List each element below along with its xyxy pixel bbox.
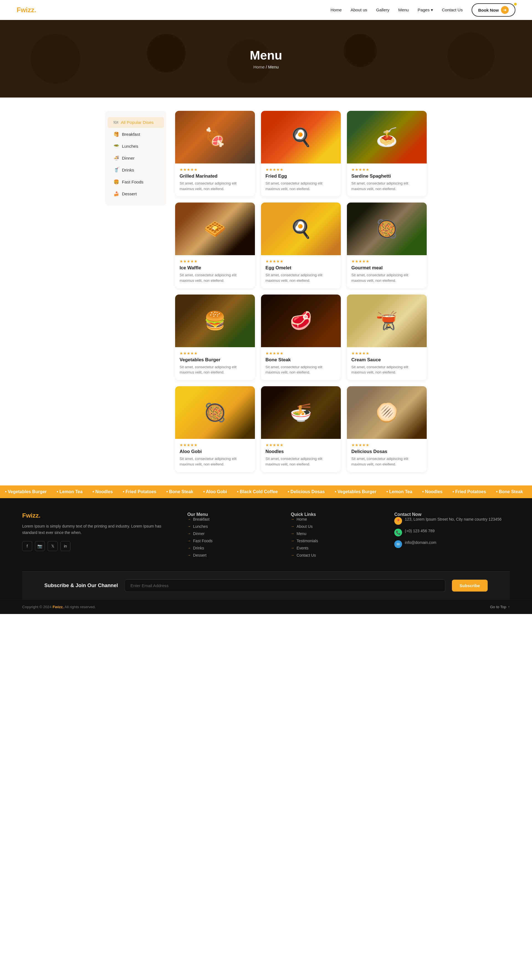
twitter-button[interactable]: 𝕏: [48, 541, 57, 551]
footer-quicklink-contact[interactable]: →Contact Us: [291, 553, 383, 557]
footer-socials: f 📷 𝕏 in: [22, 541, 176, 551]
menu-card-title: Fried Egg: [266, 173, 336, 179]
nav-item-contact[interactable]: Contact Us: [442, 8, 463, 13]
hero-section: Menu Home / Menu: [0, 20, 532, 97]
menu-card-description: Sit amet, consectetur adipiscing elit ma…: [180, 272, 250, 283]
menu-card-title: Vegetables Burger: [180, 357, 250, 363]
footer: Fwizz. Lorem Ipsum is simply dummy text …: [0, 498, 532, 600]
subscribe-button[interactable]: Subscribe: [452, 580, 488, 592]
menu-card[interactable]: 🍝 ★★★★★ Sardine Spaghetti Sit amet, cons…: [347, 111, 427, 196]
all-dishes-icon: 🍽: [114, 120, 118, 125]
menu-card[interactable]: 🍔 ★★★★★ Vegetables Burger Sit amet, cons…: [175, 294, 255, 380]
menu-card-body: ★★★★★ Vegetables Burger Sit amet, consec…: [175, 347, 255, 380]
footer-menu-item-breakfast[interactable]: →Breakfast: [187, 517, 280, 522]
nav-item-menu[interactable]: Menu: [398, 8, 409, 13]
subscribe-title: Subscribe & Join Our Channel: [44, 582, 118, 589]
menu-card[interactable]: 🧇 ★★★★★ Ice Waffle Sit amet, consectetur…: [175, 202, 255, 288]
footer-quicklink-events[interactable]: →Events: [291, 546, 383, 550]
book-now-arrow-icon: ➔: [501, 6, 509, 14]
sidebar-item-fastfoods[interactable]: 🍔 Fast Foods: [108, 176, 164, 188]
menu-card-description: Sit amet, consectetur adipiscing elit ma…: [180, 181, 250, 191]
page-title: Menu: [250, 48, 282, 62]
menu-card[interactable]: 🍖 ★★★★★ Grilled Marinated Sit amet, cons…: [175, 111, 255, 196]
star-rating: ★★★★★: [351, 259, 422, 264]
footer-menu-col: Our Menu →Breakfast →Lunches →Dinner →Fa…: [187, 512, 280, 560]
sidebar-item-dinner[interactable]: 🍜 Dinner: [108, 153, 164, 164]
breakfast-icon: 🥞: [114, 132, 119, 137]
footer-quicklink-home[interactable]: →Home: [291, 517, 383, 522]
footer-menu-item-dinner[interactable]: →Dinner: [187, 531, 280, 536]
nav-item-about[interactable]: About us: [350, 8, 367, 13]
copyright-bar: Copyright © 2024 Fwizz. All rights reser…: [0, 600, 532, 614]
footer-contact-col: Contact Now 📍 123, Lorem Ipsum Street No…: [394, 512, 510, 560]
nav-item-home[interactable]: Home: [331, 8, 342, 13]
menu-card[interactable]: 🍳 ★★★★★ Fried Egg Sit amet, consectetur …: [261, 111, 341, 196]
ticker-item: • Black Cold Coffee: [237, 489, 278, 494]
ticker-item: • Lemon Tea: [57, 489, 83, 494]
menu-card[interactable]: 🫕 ★★★★★ Cream Sauce Sit amet, consectetu…: [347, 294, 427, 380]
nav-item-pages[interactable]: Pages ▾: [417, 8, 433, 13]
site-logo[interactable]: Fwizz.: [17, 6, 36, 14]
sidebar-item-drinks[interactable]: 🥤 Drinks: [108, 164, 164, 176]
sidebar: 🍽 All Popular Dises 🥞 Breakfast 🥗 Lunche…: [105, 111, 166, 205]
menu-card-title: Egg Omelet: [266, 265, 336, 271]
footer-quicklink-about[interactable]: →About Us: [291, 524, 383, 529]
go-to-top-button[interactable]: Go to Top ↑: [490, 605, 510, 609]
menu-card-image: 🧇: [175, 202, 255, 255]
menu-card-body: ★★★★★ Gourmet meal Sit amet, consectetur…: [347, 255, 427, 288]
menu-card-image: 🫓: [347, 386, 427, 439]
footer-menu-item-lunches[interactable]: →Lunches: [187, 524, 280, 529]
nav-item-gallery[interactable]: Gallery: [376, 8, 389, 13]
star-rating: ★★★★★: [266, 167, 336, 172]
footer-quicklink-menu[interactable]: →Menu: [291, 531, 383, 536]
email-icon: ✉: [394, 540, 402, 548]
menu-card[interactable]: 🥘 ★★★★★ Gourmet meal Sit amet, consectet…: [347, 202, 427, 288]
footer-address: 📍 123, Lorem Ipsum Street No, City name …: [394, 517, 510, 525]
menu-card-image: 🍝: [347, 111, 427, 164]
footer-quicklink-testimonials[interactable]: →Testimonials: [291, 539, 383, 543]
menu-card[interactable]: 🍳 ★★★★★ Egg Omelet Sit amet, consectetur…: [261, 202, 341, 288]
menu-card-title: Bone Steak: [266, 357, 336, 363]
footer-menu-item-drinks[interactable]: →Drinks: [187, 546, 280, 550]
facebook-button[interactable]: f: [22, 541, 32, 551]
menu-card[interactable]: 🍜 ★★★★★ Noodles Sit amet, consectetur ad…: [261, 386, 341, 472]
footer-menu-heading: Our Menu: [187, 512, 280, 517]
sidebar-item-dessert[interactable]: 🍰 Dessert: [108, 188, 164, 199]
menu-card-description: Sit amet, consectetur adipiscing elit ma…: [351, 272, 422, 283]
book-now-button[interactable]: Book Now ➔: [471, 3, 515, 17]
menu-card-image: 🍖: [175, 111, 255, 164]
sidebar-item-breakfast[interactable]: 🥞 Breakfast: [108, 129, 164, 140]
star-rating: ★★★★★: [266, 259, 336, 264]
menu-card-image: 🥘: [175, 386, 255, 439]
menu-card[interactable]: 🥩 ★★★★★ Bone Steak Sit amet, consectetur…: [261, 294, 341, 380]
menu-card-body: ★★★★★ Cream Sauce Sit amet, consectetur …: [347, 347, 427, 380]
menu-card-title: Cream Sauce: [351, 357, 422, 363]
instagram-button[interactable]: 📷: [35, 541, 45, 551]
menu-card[interactable]: 🥘 ★★★★★ Aloo Gobi Sit amet, consectetur …: [175, 386, 255, 472]
menu-card-image: 🍳: [261, 111, 341, 164]
footer-menu-item-dessert[interactable]: →Dessert: [187, 553, 280, 557]
star-rating: ★★★★★: [351, 167, 422, 172]
email-input[interactable]: [125, 579, 445, 592]
menu-card-title: Grilled Marinated: [180, 173, 250, 179]
ticker-item: • Noodles: [422, 489, 443, 494]
linkedin-button[interactable]: in: [61, 541, 70, 551]
fastfoods-icon: 🍔: [114, 179, 119, 185]
footer-menu-item-fastfoods[interactable]: →Fast Foods: [187, 539, 280, 543]
sidebar-item-all[interactable]: 🍽 All Popular Dises: [108, 117, 164, 128]
menu-card-body: ★★★★★ Delicious Dosas Sit amet, consecte…: [347, 439, 427, 472]
ticker-item: • Bone Steak: [496, 489, 523, 494]
star-rating: ★★★★★: [266, 443, 336, 447]
brand-link[interactable]: Fwizz.: [53, 605, 64, 609]
dinner-icon: 🍜: [114, 156, 119, 161]
menu-card-body: ★★★★★ Sardine Spaghetti Sit amet, consec…: [347, 164, 427, 196]
sidebar-item-lunches[interactable]: 🥗 Lunches: [108, 140, 164, 152]
menu-grid: 🍖 ★★★★★ Grilled Marinated Sit amet, cons…: [175, 111, 427, 472]
main-content: 🍽 All Popular Dises 🥞 Breakfast 🥗 Lunche…: [100, 111, 432, 472]
menu-card-description: Sit amet, consectetur adipiscing elit ma…: [351, 181, 422, 191]
nav-links: Home About us Gallery Menu Pages ▾ Conta…: [331, 8, 463, 13]
menu-card[interactable]: 🫓 ★★★★★ Delicious Dosas Sit amet, consec…: [347, 386, 427, 472]
breadcrumb-home[interactable]: Home: [253, 65, 264, 69]
menu-card-description: Sit amet, consectetur adipiscing elit ma…: [180, 364, 250, 375]
menu-card-title: Sardine Spaghetti: [351, 173, 422, 179]
